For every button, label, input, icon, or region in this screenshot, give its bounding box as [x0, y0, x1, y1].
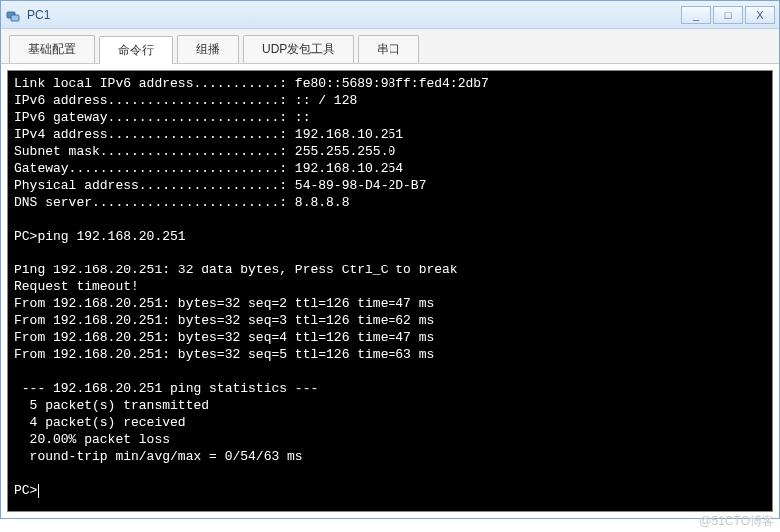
tab-cli[interactable]: 命令行	[99, 36, 173, 64]
tab-basic[interactable]: 基础配置	[9, 35, 95, 63]
tab-bar: 基础配置 命令行 组播 UDP发包工具 串口	[1, 29, 779, 64]
tab-serial[interactable]: 串口	[358, 35, 419, 63]
terminal-output[interactable]: Link local IPv6 address...........: fe80…	[7, 70, 773, 512]
window-title: PC1	[27, 8, 679, 22]
svg-rect-1	[11, 15, 19, 21]
tab-udp[interactable]: UDP发包工具	[243, 35, 354, 63]
app-window: PC1 _ □ X 基础配置 命令行 组播 UDP发包工具 串口 Link lo…	[0, 0, 780, 519]
tab-mcast[interactable]: 组播	[177, 35, 239, 63]
maximize-button[interactable]: □	[713, 6, 743, 24]
close-button[interactable]: X	[745, 6, 775, 24]
terminal-cursor	[38, 484, 39, 498]
minimize-button[interactable]: _	[681, 6, 711, 24]
app-icon	[5, 7, 21, 23]
titlebar: PC1 _ □ X	[1, 1, 779, 29]
